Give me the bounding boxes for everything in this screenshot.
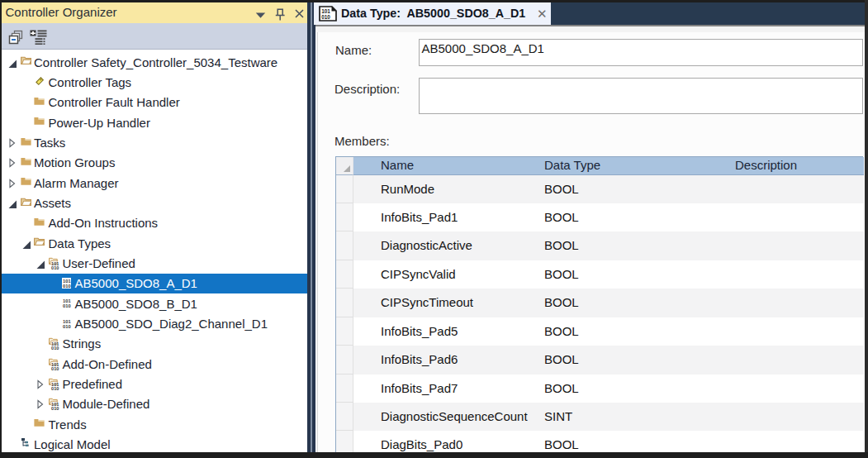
svg-text:010: 010 xyxy=(321,14,330,20)
svg-text:101: 101 xyxy=(321,8,330,14)
svg-text:010: 010 xyxy=(51,365,59,370)
svg-text:010: 010 xyxy=(63,284,71,289)
svg-text:010: 010 xyxy=(51,406,59,410)
svg-text:101: 101 xyxy=(63,298,71,303)
svg-text:101: 101 xyxy=(63,318,71,323)
svg-text:010: 010 xyxy=(51,346,59,350)
svg-text:010: 010 xyxy=(63,323,71,328)
svg-text:010: 010 xyxy=(51,385,59,389)
svg-text:010: 010 xyxy=(51,265,59,270)
svg-text:101: 101 xyxy=(63,278,71,283)
svg-text:010: 010 xyxy=(63,303,71,308)
